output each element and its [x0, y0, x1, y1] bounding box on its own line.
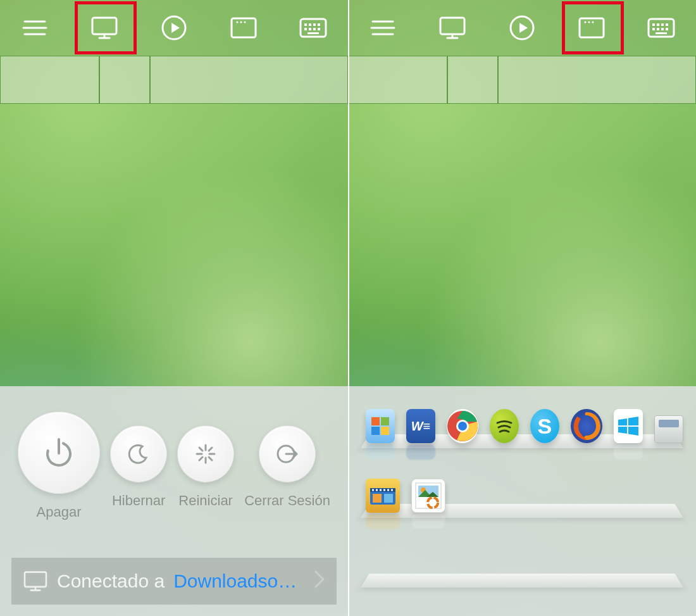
svg-rect-15: [313, 23, 316, 26]
hibernate-button[interactable]: [110, 425, 167, 482]
svg-line-29: [209, 457, 212, 460]
right-pane: W≡ S: [348, 0, 696, 616]
svg-marker-67: [628, 417, 638, 425]
hibernate-label: Hibernar: [112, 493, 165, 509]
dock-shelf: [361, 467, 683, 518]
highlight-box: [562, 1, 624, 54]
desktop-preview: [0, 104, 348, 386]
svg-rect-54: [652, 28, 655, 30]
app-gallery[interactable]: [411, 479, 445, 513]
play-button[interactable]: [503, 9, 541, 47]
status-prefix: Conectado a: [57, 570, 165, 592]
app-windows8[interactable]: [614, 409, 643, 443]
svg-rect-58: [656, 32, 667, 34]
power-panel: Apagar Hibernar Reiniciar: [0, 386, 348, 616]
svg-point-10: [240, 21, 242, 23]
dock-shelf: [361, 537, 683, 588]
play-button[interactable]: [155, 9, 193, 47]
window-button[interactable]: [225, 9, 263, 47]
svg-rect-75: [383, 489, 385, 491]
svg-rect-50: [652, 23, 655, 26]
svg-rect-77: [391, 489, 393, 491]
svg-marker-69: [628, 427, 638, 436]
svg-marker-66: [618, 418, 627, 425]
svg-rect-16: [318, 23, 320, 26]
svg-rect-59: [371, 417, 380, 425]
monitor-button[interactable]: [85, 9, 123, 47]
layout-band: [348, 56, 696, 104]
svg-marker-68: [618, 427, 627, 434]
svg-rect-57: [666, 28, 668, 30]
restart-label: Reiniciar: [178, 493, 233, 509]
toolbar: [348, 0, 696, 56]
keyboard-button[interactable]: [642, 9, 680, 47]
app-word[interactable]: W≡: [406, 409, 435, 443]
svg-rect-78: [373, 494, 382, 503]
svg-point-65: [458, 422, 467, 431]
svg-rect-55: [657, 28, 659, 30]
dock-shelf: W≡ S: [361, 398, 683, 448]
logout-label: Cerrar Sesión: [244, 493, 330, 509]
app-movie-maker[interactable]: [366, 479, 400, 513]
restart-button[interactable]: [177, 425, 234, 482]
app-firefox[interactable]: [571, 409, 602, 443]
app-spotify[interactable]: [490, 409, 519, 443]
svg-rect-51: [657, 23, 659, 26]
shelf-surface: [361, 574, 683, 588]
logout-button[interactable]: [259, 425, 316, 482]
band-cell[interactable]: [150, 56, 348, 104]
menu-button[interactable]: [364, 9, 402, 47]
app-chrome[interactable]: [447, 409, 478, 443]
left-pane: Apagar Hibernar Reiniciar: [0, 0, 348, 616]
svg-line-31: [199, 457, 202, 460]
svg-rect-60: [381, 417, 389, 425]
svg-rect-20: [318, 28, 320, 30]
band-cell[interactable]: [498, 56, 696, 104]
band-cell[interactable]: [0, 56, 99, 104]
svg-rect-61: [371, 427, 380, 435]
shutdown-label: Apagar: [37, 504, 82, 520]
svg-rect-72: [372, 489, 374, 491]
svg-rect-56: [661, 28, 664, 30]
menu-button[interactable]: [16, 9, 54, 47]
status-link[interactable]: Downloadso…: [173, 570, 297, 592]
svg-rect-14: [309, 23, 311, 26]
app-skype[interactable]: S: [530, 409, 559, 443]
svg-marker-7: [171, 23, 180, 33]
band-cell[interactable]: [348, 56, 447, 104]
app-disk[interactable]: [654, 415, 683, 443]
monitor-icon: [23, 570, 48, 592]
keyboard-button[interactable]: [294, 9, 332, 47]
band-cell[interactable]: [447, 56, 498, 104]
svg-rect-21: [308, 32, 319, 34]
svg-rect-13: [304, 23, 307, 26]
svg-rect-40: [440, 18, 464, 34]
shutdown-button[interactable]: [18, 412, 100, 494]
svg-rect-17: [304, 28, 307, 30]
toolbar: [0, 0, 348, 56]
desktop-preview: [348, 104, 696, 386]
svg-line-30: [209, 448, 212, 451]
monitor-button[interactable]: [433, 9, 471, 47]
svg-rect-76: [387, 489, 389, 491]
svg-marker-79: [384, 494, 393, 503]
svg-point-9: [236, 21, 238, 23]
svg-rect-53: [666, 23, 668, 26]
connection-status[interactable]: Conectado a Downloadso…: [11, 558, 337, 605]
svg-marker-44: [519, 23, 528, 33]
svg-rect-73: [376, 489, 378, 491]
layout-band: [0, 56, 348, 104]
svg-rect-74: [380, 489, 382, 491]
svg-point-11: [244, 21, 245, 23]
chevron-right-icon: [314, 569, 325, 594]
app-windows-explorer[interactable]: [366, 409, 395, 443]
svg-rect-8: [232, 18, 256, 37]
window-button[interactable]: [573, 9, 611, 47]
svg-rect-34: [25, 572, 46, 587]
band-cell[interactable]: [99, 56, 150, 104]
svg-line-28: [199, 448, 202, 451]
svg-rect-18: [309, 28, 311, 30]
svg-rect-52: [661, 23, 664, 26]
app-dock: W≡ S: [348, 386, 696, 616]
highlight-box: [75, 1, 137, 54]
